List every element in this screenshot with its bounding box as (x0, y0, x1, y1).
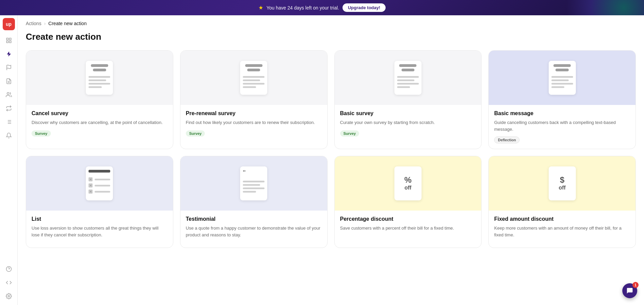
list-image: ✕ ✕ ✕ (26, 156, 173, 211)
percentage-discount-title: Percentage discount (340, 216, 476, 222)
doc-line (245, 64, 262, 67)
fixed-amount-discount-card[interactable]: $ off Fixed amount discount Keep more cu… (488, 156, 636, 248)
breadcrumb-current: Create new action (48, 21, 87, 26)
main-content: Actions › Create new action Create new a… (18, 15, 644, 305)
basic-survey-title: Basic survey (340, 110, 476, 116)
lightning-icon[interactable] (3, 48, 15, 60)
analytics-icon[interactable] (3, 34, 15, 47)
doc-icon (86, 61, 113, 95)
doc-line (397, 86, 410, 88)
pre-renewal-survey-title: Pre-renewal survey (186, 110, 322, 116)
discount-symbol: $ (560, 176, 564, 184)
doc-line (247, 69, 260, 71)
cancel-survey-image (26, 51, 173, 105)
doc-line (551, 79, 569, 81)
percentage-discount-image: % off (335, 156, 482, 211)
svg-rect-3 (6, 41, 8, 43)
percentage-discount-desc: Save customers with a percent off their … (340, 225, 476, 232)
list-line (95, 185, 110, 186)
list-row: ✕ (89, 190, 110, 194)
app-logo[interactable]: up (3, 18, 15, 30)
doc-line (243, 181, 265, 182)
svg-rect-2 (9, 41, 11, 43)
discount-off: off (559, 185, 565, 191)
basic-survey-badge: Survey (340, 130, 359, 137)
users-icon[interactable] (3, 89, 15, 101)
list-row: ✕ (89, 177, 110, 181)
list-line (95, 191, 110, 193)
trial-banner: ★ You have 24 days left on your trial. U… (0, 0, 644, 15)
doc-line (397, 76, 419, 78)
svg-point-16 (8, 295, 9, 297)
basic-message-title: Basic message (494, 110, 630, 116)
discount-icon: $ off (549, 166, 576, 200)
basic-survey-card[interactable]: Basic survey Curate your own survey by s… (334, 50, 482, 149)
doc-line (243, 86, 256, 88)
cancel-survey-title: Cancel survey (32, 110, 168, 116)
code-icon[interactable] (3, 276, 15, 289)
upgrade-button[interactable]: Upgrade today! (343, 3, 386, 12)
fixed-amount-discount-body: Fixed amount discount Keep more customer… (489, 211, 636, 248)
discount-off: off (405, 185, 411, 191)
list-body: List Use loss aversion to show customers… (26, 211, 173, 248)
fixed-amount-discount-image: $ off (489, 156, 636, 211)
fixed-amount-discount-desc: Keep more customers with an amount of mo… (494, 225, 630, 238)
doc-line (397, 79, 414, 81)
list-icon[interactable] (3, 116, 15, 128)
settings-icon[interactable] (3, 290, 15, 302)
pre-renewal-survey-body: Pre-renewal survey Find out how likely y… (180, 105, 327, 142)
cards-grid: Cancel survey Discover why customers are… (18, 50, 644, 256)
list-check: ✕ (89, 190, 93, 194)
doc-line (93, 69, 106, 71)
testimonial-card[interactable]: " Testimonial Use a quote from a happy c… (180, 156, 328, 248)
doc-line (551, 86, 564, 88)
doc-line (89, 79, 106, 81)
testimonial-doc-icon: " (240, 166, 267, 200)
list-check: ✕ (89, 177, 93, 181)
doc-line (89, 83, 110, 85)
doc-line (243, 76, 265, 78)
testimonial-body: Testimonial Use a quote from a happy cus… (180, 211, 327, 248)
flag-icon[interactable] (3, 61, 15, 74)
cancel-survey-card[interactable]: Cancel survey Discover why customers are… (26, 50, 173, 149)
page-title: Create new action (18, 29, 644, 50)
basic-survey-desc: Curate your own survey by starting from … (340, 119, 476, 126)
breadcrumb-separator: › (44, 21, 46, 26)
cancel-survey-body: Cancel survey Discover why customers are… (26, 105, 173, 142)
breadcrumb-parent[interactable]: Actions (26, 21, 41, 26)
doc-line (402, 69, 414, 71)
help-icon[interactable] (3, 263, 15, 275)
doc-line (551, 76, 573, 78)
pre-renewal-survey-image (180, 51, 327, 105)
list-doc-icon: ✕ ✕ ✕ (86, 166, 113, 200)
doc-line (397, 83, 419, 85)
pre-renewal-survey-card[interactable]: Pre-renewal survey Find out how likely y… (180, 50, 328, 149)
breadcrumb: Actions › Create new action (18, 15, 644, 29)
doc-line (89, 86, 101, 88)
quote-mark: " (243, 169, 265, 177)
basic-message-card[interactable]: Basic message Guide cancelling customers… (488, 50, 636, 149)
pre-renewal-survey-badge: Survey (186, 130, 205, 137)
svg-rect-0 (6, 38, 8, 40)
transfer-icon[interactable] (3, 102, 15, 114)
chat-button[interactable]: 1 (622, 283, 637, 298)
percentage-discount-card[interactable]: % off Percentage discount Save customers… (334, 156, 482, 248)
testimonial-desc: Use a quote from a happy customer to dem… (186, 225, 322, 238)
discount-icon: % off (394, 166, 422, 200)
doc-icon (549, 61, 576, 95)
doc-icon (394, 61, 422, 95)
doc-line (89, 76, 110, 78)
doc-line (555, 69, 568, 71)
list-check: ✕ (89, 183, 93, 187)
chat-badge: 1 (632, 282, 639, 288)
reports-icon[interactable] (3, 75, 15, 87)
bell-icon[interactable] (3, 129, 15, 142)
fixed-amount-discount-title: Fixed amount discount (494, 216, 630, 222)
doc-line (243, 191, 256, 193)
list-row: ✕ (89, 183, 110, 187)
doc-icon (240, 61, 267, 95)
doc-line (551, 83, 573, 85)
list-card[interactable]: ✕ ✕ ✕ List Us (26, 156, 173, 248)
doc-line (553, 64, 571, 67)
doc-line (399, 64, 416, 67)
